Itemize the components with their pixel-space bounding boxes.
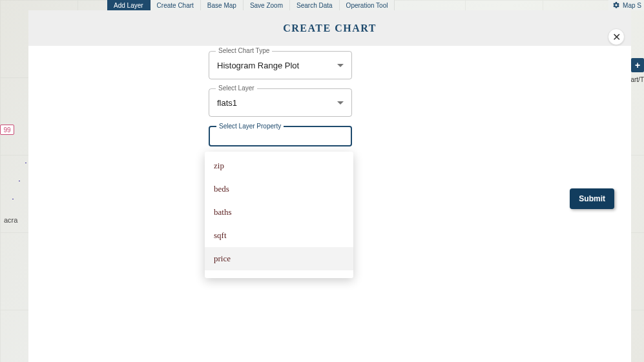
field-layer-value: flats1 (217, 98, 237, 108)
field-layer-property[interactable]: Select Layer Property (209, 126, 352, 146)
close-icon: ✕ (612, 31, 621, 43)
modal-title: CREATE CHART (28, 10, 631, 46)
form-area: Select Chart Type Histogram Range Plot S… (28, 51, 631, 146)
layer-property-menu-scroll[interactable]: zip beds baths sqft price . . (205, 154, 353, 276)
city-label: acra (4, 216, 17, 224)
main-toolbar: Add Layer Create Chart Base Map Save Zoo… (107, 0, 395, 10)
toolbar-btn-base-map[interactable]: Base Map (201, 0, 244, 10)
toolbar-btn-save-zoom[interactable]: Save Zoom (244, 0, 290, 10)
menu-option-beds[interactable]: beds (205, 177, 353, 201)
menu-option-price[interactable]: price (205, 247, 353, 270)
field-layer-label: Select Layer (216, 85, 257, 92)
toolbar-btn-operation-tool[interactable]: Operation Tool (340, 0, 395, 10)
menu-option-baths[interactable]: baths (205, 201, 353, 224)
field-layer[interactable]: Select Layer flats1 (209, 88, 352, 117)
map-settings-label: Map S (623, 2, 641, 9)
toolbar-btn-search-data[interactable]: Search Data (290, 0, 340, 10)
layer-property-menu: zip beds baths sqft price . . (205, 152, 353, 278)
field-chart-type-value: Histogram Range Plot (217, 61, 299, 70)
route-badge: 99 (0, 125, 14, 135)
submit-button[interactable]: Submit (570, 188, 614, 209)
chevron-down-icon (337, 64, 344, 67)
menu-option-sqft[interactable]: sqft (205, 224, 353, 247)
toolbar-btn-add-layer[interactable]: Add Layer (107, 0, 151, 10)
toolbar-btn-create-chart[interactable]: Create Chart (151, 0, 201, 10)
chevron-down-icon (337, 101, 344, 105)
field-chart-type-label: Select Chart Type (216, 47, 272, 54)
map-settings-button[interactable]: Map S (608, 0, 644, 10)
add-chart-button[interactable]: + (631, 58, 644, 72)
create-chart-modal: CREATE CHART ✕ Select Chart Type Histogr… (28, 10, 631, 362)
gear-icon (612, 1, 620, 9)
close-button[interactable]: ✕ (608, 28, 625, 45)
field-chart-type[interactable]: Select Chart Type Histogram Range Plot (209, 51, 352, 79)
menu-option-zip[interactable]: zip (205, 154, 353, 177)
field-layer-property-label: Select Layer Property (216, 123, 284, 130)
